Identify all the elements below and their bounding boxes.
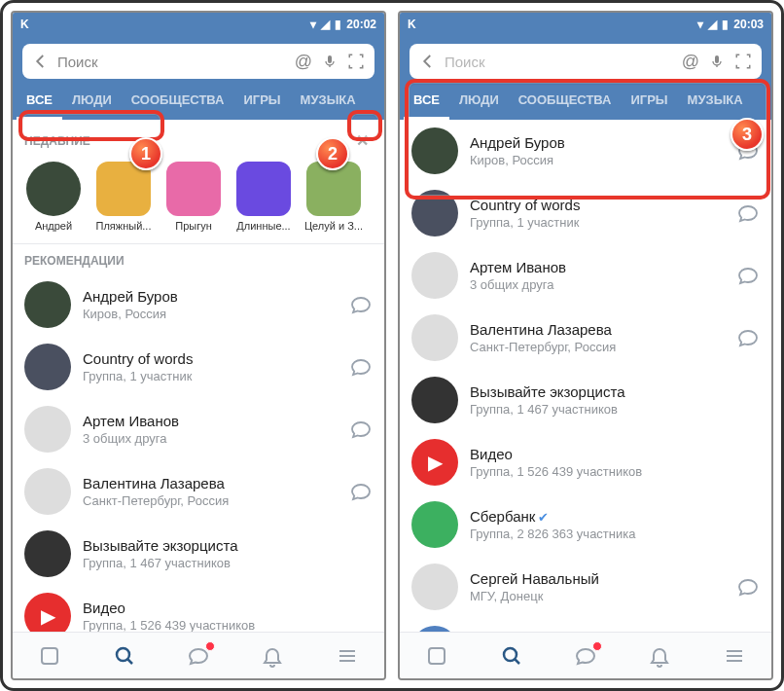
list-item[interactable]: Сбербанк✔Группа, 2 826 363 участника: [400, 493, 771, 556]
list-item[interactable]: Country of wordsГруппа, 1 участник: [13, 336, 384, 398]
tab-music[interactable]: МУЗЫКА: [291, 83, 366, 120]
qr-icon[interactable]: [734, 53, 752, 70]
search-placeholder: Поиск: [57, 54, 295, 70]
message-icon[interactable]: [736, 575, 760, 599]
nav-menu-icon[interactable]: [722, 643, 747, 669]
list-item[interactable]: ▶ВидеоГруппа, 1 526 439 участников: [13, 585, 384, 632]
avatar: [411, 314, 458, 361]
list-item[interactable]: Сергей НавальныйМГУ, Донецк: [400, 556, 771, 618]
tab-music[interactable]: МУЗЫКА: [678, 83, 753, 120]
recent-item[interactable]: Андрей: [22, 162, 85, 232]
results-list: Андрей БуровКиров, Россия Country of wor…: [400, 120, 771, 632]
clear-recent-button[interactable]: ✕: [352, 129, 373, 152]
message-icon[interactable]: [736, 264, 760, 287]
mic-icon[interactable]: [709, 54, 725, 69]
avatar: ▶: [411, 439, 458, 486]
nav-notifications-icon[interactable]: [647, 643, 672, 669]
nav-news-icon[interactable]: [37, 643, 62, 669]
recent-item[interactable]: Пляжный...: [92, 162, 155, 232]
message-icon[interactable]: [349, 418, 373, 441]
nav-messages-icon[interactable]: [573, 643, 598, 669]
qr-icon[interactable]: [347, 53, 365, 70]
message-icon[interactable]: [736, 326, 760, 349]
wifi-icon: ▾: [310, 18, 316, 31]
clock-text: 20:02: [346, 18, 376, 31]
list-item[interactable]: Артем Иванов3 общих друга: [400, 244, 771, 307]
recent-label: НЕДАВНИЕ: [24, 134, 90, 148]
tab-all[interactable]: ВСЕ: [17, 83, 62, 120]
avatar: [411, 377, 458, 423]
battery-icon: ▮: [335, 18, 341, 31]
svg-point-2: [117, 648, 129, 661]
search-placeholder: Поиск: [445, 54, 682, 70]
tab-communities[interactable]: СООБЩЕСТВА: [122, 83, 234, 120]
avatar: [411, 252, 458, 299]
avatar: [24, 530, 71, 577]
recommendations-label: РЕКОМЕНДАЦИИ: [24, 254, 125, 268]
recent-item[interactable]: Прыгун: [162, 162, 225, 232]
avatar: [411, 127, 458, 174]
svg-rect-1: [42, 648, 57, 664]
message-icon[interactable]: [736, 139, 760, 163]
tab-people[interactable]: ЛЮДИ: [62, 83, 122, 120]
avatar: [24, 406, 71, 453]
avatar: [306, 162, 361, 216]
svg-rect-4: [429, 648, 445, 664]
bottom-nav: [400, 632, 771, 678]
clock-text: 20:03: [733, 18, 764, 31]
tab-people[interactable]: ЛЮДИ: [449, 83, 509, 120]
list-item[interactable]: Заработок в ИнтернетеГруппа, 32 911 учас…: [400, 618, 771, 632]
back-arrow-icon[interactable]: [32, 53, 50, 70]
list-item[interactable]: Валентина ЛазареваСанкт-Петербург, Росси…: [400, 307, 771, 369]
tab-games[interactable]: ИГРЫ: [621, 83, 677, 120]
nav-menu-icon[interactable]: [335, 643, 360, 669]
tab-all[interactable]: ВСЕ: [404, 83, 449, 120]
back-arrow-icon[interactable]: [419, 53, 437, 70]
message-icon[interactable]: [349, 293, 373, 316]
nav-search-icon[interactable]: [112, 643, 137, 669]
nav-notifications-icon[interactable]: [260, 643, 285, 669]
search-row: Поиск @: [400, 36, 771, 83]
message-icon[interactable]: [736, 201, 760, 225]
list-item[interactable]: Вызывайте экзорцистаГруппа, 1 467 участн…: [400, 369, 771, 431]
nav-search-icon[interactable]: [499, 643, 524, 669]
status-bar: K ▾ ◢ ▮ 20:03: [400, 13, 771, 36]
tab-communities[interactable]: СООБЩЕСТВА: [509, 83, 622, 120]
list-item[interactable]: Андрей БуровКиров, Россия: [13, 273, 384, 336]
list-item[interactable]: ▶ВидеоГруппа, 1 526 439 участников: [400, 431, 771, 493]
svg-rect-3: [715, 55, 719, 63]
status-bar: K ▾ ◢ ▮ 20:02: [13, 13, 384, 36]
at-icon[interactable]: @: [682, 52, 699, 72]
app-logo: K: [20, 18, 29, 31]
badge-icon: [205, 641, 215, 651]
search-input[interactable]: Поиск @: [410, 44, 762, 79]
message-icon[interactable]: [349, 355, 373, 379]
search-input[interactable]: Поиск @: [22, 44, 374, 79]
list-item[interactable]: Валентина ЛазареваСанкт-Петербург, Росси…: [13, 460, 384, 523]
svg-point-5: [504, 648, 517, 661]
avatar: [24, 281, 71, 328]
list-item[interactable]: Артем Иванов3 общих друга: [13, 398, 384, 460]
tabs: ВСЕ ЛЮДИ СООБЩЕСТВА ИГРЫ МУЗЫКА: [13, 83, 384, 120]
avatar: [96, 162, 151, 216]
nav-messages-icon[interactable]: [186, 643, 211, 669]
message-icon[interactable]: [349, 480, 373, 503]
avatar: [411, 564, 458, 610]
avatar: [411, 501, 458, 548]
recent-item[interactable]: Целуй и З...: [303, 162, 365, 232]
battery-icon: ▮: [722, 18, 729, 31]
phone-right: K ▾ ◢ ▮ 20:03 Поиск @ ВСЕ ЛЮДИ СООБЩЕСТВ…: [398, 11, 773, 680]
avatar: [24, 344, 71, 390]
at-icon[interactable]: @: [295, 52, 312, 72]
search-row: Поиск @: [13, 36, 384, 83]
tab-games[interactable]: ИГРЫ: [233, 83, 290, 120]
avatar: ▶: [24, 593, 71, 632]
nav-news-icon[interactable]: [424, 643, 449, 669]
recent-item[interactable]: Длинные...: [232, 162, 295, 232]
list-item[interactable]: Андрей БуровКиров, Россия: [400, 120, 771, 182]
list-item[interactable]: Вызывайте экзорцистаГруппа, 1 467 участн…: [13, 523, 384, 585]
mic-icon[interactable]: [322, 54, 338, 69]
list-item[interactable]: Country of wordsГруппа, 1 участник: [400, 182, 771, 244]
badge-icon: [592, 641, 602, 651]
wifi-icon: ▾: [697, 18, 703, 31]
